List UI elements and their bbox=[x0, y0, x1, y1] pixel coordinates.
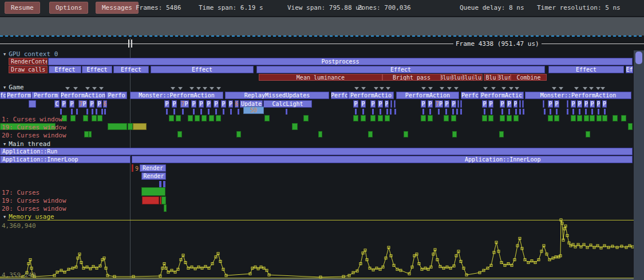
curses-zone[interactable] bbox=[188, 115, 193, 121]
game-subzone[interactable]: 6 bbox=[103, 100, 107, 108]
curses-zone[interactable] bbox=[428, 115, 433, 121]
curses-zone[interactable] bbox=[353, 115, 358, 121]
game-subzone[interactable]: P bbox=[596, 100, 600, 108]
curses-zone[interactable] bbox=[303, 115, 309, 121]
update-count-zone[interactable]: 50 bbox=[243, 107, 264, 114]
curses-zone[interactable] bbox=[404, 131, 408, 137]
curses-zone[interactable] bbox=[613, 115, 618, 121]
curses-zone[interactable] bbox=[177, 131, 182, 137]
zone-tick[interactable] bbox=[460, 109, 462, 115]
frame-marker-icon[interactable] bbox=[92, 87, 97, 90]
curses-zone[interactable] bbox=[586, 131, 590, 137]
game-subzone[interactable]: 7P bbox=[78, 100, 87, 108]
curses-zone[interactable] bbox=[577, 115, 582, 121]
section-memory-usage[interactable]: ▼ Memory usage bbox=[3, 213, 54, 220]
game-subzone[interactable]: 6 bbox=[235, 100, 239, 108]
curses-zone[interactable] bbox=[451, 115, 456, 121]
game-subzone[interactable]: P bbox=[548, 100, 553, 108]
game-subzone[interactable]: P bbox=[97, 100, 102, 108]
frame-marker-icon[interactable] bbox=[509, 87, 513, 90]
frame-marker-icon[interactable] bbox=[354, 87, 359, 90]
frame-marker-icon[interactable] bbox=[428, 87, 433, 90]
curses-zone[interactable] bbox=[70, 115, 76, 121]
zone-tick[interactable] bbox=[604, 109, 606, 115]
gpu-effect-zone[interactable]: Effect bbox=[548, 66, 624, 73]
zone-tick[interactable] bbox=[519, 109, 521, 115]
frame-marker-icon[interactable] bbox=[178, 87, 183, 90]
zone-tick[interactable] bbox=[544, 109, 546, 115]
gpu-effect-zone[interactable]: Effect bbox=[82, 66, 112, 73]
zone-tick[interactable] bbox=[92, 109, 93, 115]
curses-zone[interactable] bbox=[164, 204, 167, 212]
frame-marker-icon[interactable] bbox=[447, 87, 452, 90]
frame-marker-icon[interactable] bbox=[171, 87, 175, 90]
zone-tick[interactable] bbox=[523, 109, 524, 115]
game-zone[interactable]: PerformActio bbox=[348, 92, 394, 99]
curses-zone[interactable] bbox=[169, 115, 174, 121]
gpu-draw-zone[interactable]: Blur bbox=[452, 74, 463, 81]
zone-tick[interactable] bbox=[372, 109, 374, 115]
game-zone[interactable]: PerformActic bbox=[479, 92, 524, 99]
zone-tick[interactable] bbox=[422, 109, 424, 115]
curses-zone[interactable] bbox=[202, 115, 207, 121]
frame-marker-icon[interactable] bbox=[386, 87, 390, 90]
zone-tick[interactable] bbox=[579, 109, 580, 115]
game-zone[interactable]: PerformAction bbox=[60, 92, 106, 99]
zone-tick[interactable] bbox=[394, 109, 396, 115]
game-subzone[interactable]: P bbox=[577, 100, 582, 108]
frame-marker-icon[interactable] bbox=[583, 87, 587, 90]
zone-tick[interactable] bbox=[567, 109, 568, 115]
game-subzone[interactable] bbox=[29, 100, 36, 108]
zone-tick[interactable] bbox=[193, 109, 195, 115]
curses-zone[interactable] bbox=[318, 131, 322, 137]
zone-tick[interactable] bbox=[60, 109, 62, 115]
frame-marker-icon[interactable] bbox=[596, 87, 600, 90]
zone-tick[interactable] bbox=[386, 109, 388, 115]
frame-marker-icon[interactable] bbox=[374, 87, 378, 90]
curses-zone[interactable] bbox=[292, 123, 298, 130]
frame-marker-icon[interactable] bbox=[574, 87, 579, 90]
zone-rendercontext[interactable]: RenderConte bbox=[9, 58, 48, 65]
curses-zone[interactable] bbox=[216, 115, 221, 121]
zone-tick[interactable] bbox=[182, 109, 184, 115]
frame-marker-icon[interactable] bbox=[73, 87, 78, 90]
game-zone[interactable]: Monster::PerformAction bbox=[525, 92, 631, 99]
curses-zone[interactable] bbox=[507, 115, 512, 121]
frame-marker-icon[interactable] bbox=[216, 87, 221, 90]
gpu-draw-zone[interactable]: Blu bbox=[484, 74, 498, 81]
zone-tick[interactable] bbox=[173, 109, 175, 115]
curses-zone[interactable] bbox=[368, 131, 373, 137]
frame-marker-icon[interactable] bbox=[552, 87, 556, 90]
frame-marker-icon[interactable] bbox=[491, 87, 496, 90]
frame-marker-icon[interactable] bbox=[454, 87, 459, 90]
zone-tick[interactable] bbox=[598, 109, 599, 115]
frame-marker-icon[interactable] bbox=[189, 87, 194, 90]
curses-zone[interactable] bbox=[554, 115, 559, 121]
zone-tick[interactable] bbox=[508, 109, 510, 115]
curses-zone[interactable] bbox=[62, 115, 67, 121]
zone-tick[interactable] bbox=[585, 109, 587, 115]
game-subzone[interactable]: P bbox=[488, 100, 493, 108]
game-subzone[interactable] bbox=[390, 100, 392, 108]
zone-tick[interactable] bbox=[101, 109, 103, 115]
game-subzone[interactable]: P bbox=[428, 100, 433, 108]
curses-zone[interactable] bbox=[488, 115, 493, 121]
game-subzone[interactable]: P bbox=[385, 100, 389, 108]
frame-marker-icon[interactable] bbox=[440, 87, 444, 90]
zone-render[interactable]: Render bbox=[141, 172, 166, 180]
curses-zone[interactable] bbox=[421, 115, 426, 121]
zone-tick[interactable] bbox=[104, 109, 106, 115]
gpu-draw-zone[interactable]: Blur bbox=[473, 74, 483, 81]
game-subzone[interactable]: P bbox=[554, 100, 559, 108]
curses-zone[interactable] bbox=[378, 115, 383, 121]
game-subzone[interactable]: P bbox=[353, 100, 358, 108]
game-subzone[interactable]: P bbox=[507, 100, 512, 108]
zone-tick[interactable] bbox=[429, 109, 431, 115]
section-game-thread[interactable]: ▼ Game bbox=[3, 84, 24, 91]
curses-zone[interactable] bbox=[142, 196, 159, 204]
curses-zone[interactable] bbox=[141, 187, 165, 196]
gpu-draw-zone[interactable]: Blur bbox=[463, 74, 473, 81]
zone-tick[interactable] bbox=[86, 109, 88, 115]
curses-zone[interactable] bbox=[84, 131, 89, 137]
frame-marker-icon[interactable] bbox=[196, 87, 201, 90]
